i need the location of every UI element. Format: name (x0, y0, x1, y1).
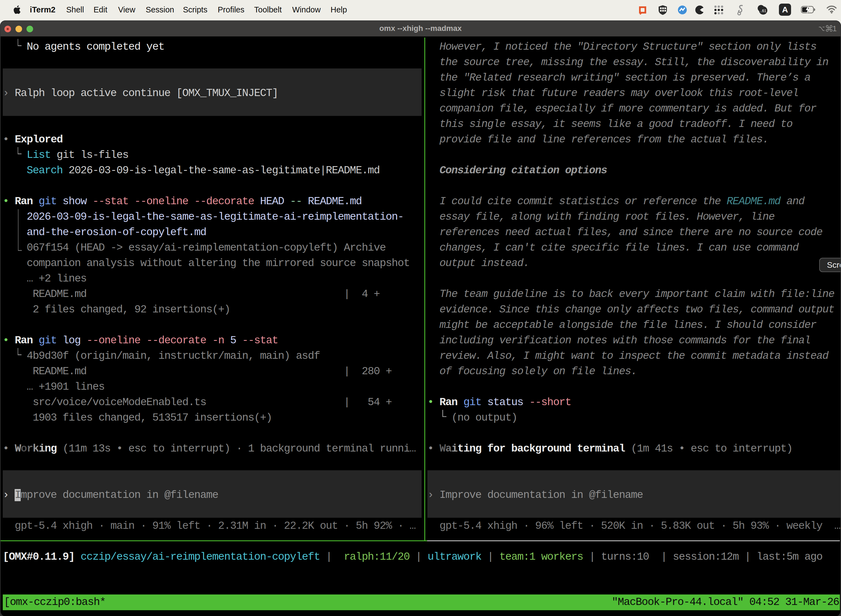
svg-text:..61: ..61 (760, 9, 766, 13)
